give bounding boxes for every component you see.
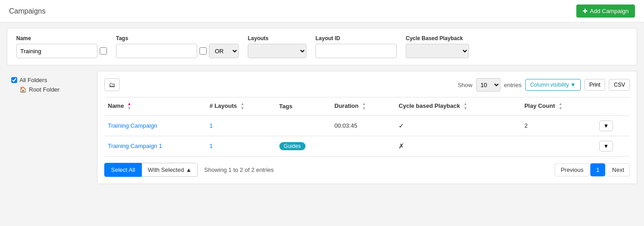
tags-filter-group: Tags OR AND <box>116 35 239 58</box>
cycle-sort-icons: ▲ ▼ <box>463 102 468 111</box>
previous-label: Previous <box>561 166 584 173</box>
row1-cycle-playback: ✓ <box>395 115 521 136</box>
next-button[interactable]: Next <box>606 163 630 176</box>
tags-filter-label: Tags <box>116 35 239 42</box>
entries-select[interactable]: 10 25 50 100 <box>476 78 500 92</box>
row2-name-link[interactable]: Training Campaign 1 <box>108 143 162 149</box>
cycle-playback-filter-select[interactable]: Yes No <box>406 44 469 58</box>
all-folders-checkbox[interactable] <box>11 77 17 83</box>
sidebar: All Folders 🏠 Root Folder <box>7 71 97 184</box>
layouts-sort-icons: ▲ ▼ <box>241 102 245 111</box>
col-cycle-playback[interactable]: Cycle based Playback ▲ ▼ <box>395 97 521 116</box>
caret-up-icon: ▲ <box>186 166 192 173</box>
name-filter-label: Name <box>16 35 107 42</box>
chevron-down-icon: ▼ <box>570 82 576 88</box>
print-button[interactable]: Print <box>584 79 606 91</box>
name-filter-group: Name <box>16 35 107 58</box>
entries-label: entries <box>504 82 522 88</box>
x-icon: ✗ <box>398 142 404 150</box>
main-content: All Folders 🏠 Root Folder 🗂 Show 10 25 <box>7 71 637 184</box>
row2-duration <box>331 136 395 156</box>
page-number[interactable]: 1 <box>590 163 605 176</box>
folder-button[interactable]: 🗂 <box>104 78 120 91</box>
sidebar-item-all-folders[interactable]: All Folders <box>9 75 95 85</box>
csv-label: CSV <box>614 82 625 88</box>
add-campaign-button[interactable]: ✚ Add Campaign <box>576 5 635 18</box>
add-campaign-label: Add Campaign <box>590 8 629 14</box>
row2-cycle-playback: ✗ <box>395 136 521 156</box>
table-row: Training Campaign 1 1 Guides ✗ ▼ <box>104 136 630 156</box>
root-folder-label: Root Folder <box>29 86 60 93</box>
table-footer: Select All With Selected ▲ Showing 1 to … <box>104 163 630 177</box>
tags-filter-input[interactable] <box>116 44 197 58</box>
row1-name: Training Campaign <box>104 115 206 136</box>
row2-layouts: 1 <box>206 136 275 156</box>
play-count-sort-icons: ▲ ▼ <box>558 102 562 111</box>
layout-id-filter-group: Layout ID <box>315 35 397 58</box>
select-all-label: Select All <box>111 166 135 173</box>
table-toolbar: 🗂 Show 10 25 50 100 entries Column visib… <box>104 78 630 92</box>
name-sort-icons: ▲ ▼ <box>127 102 131 111</box>
showing-text: Showing 1 to 2 of 2 entries <box>204 166 274 173</box>
footer-left: Select All With Selected ▲ Showing 1 to … <box>104 163 274 177</box>
name-filter-checkbox[interactable] <box>100 47 107 55</box>
row1-action-dropdown[interactable]: ▼ <box>599 120 613 131</box>
filter-row: Name Tags OR AND Layouts <box>16 35 628 58</box>
table-row: Training Campaign 1 00:03:45 ✓ 2 ▼ <box>104 115 630 136</box>
next-label: Next <box>612 166 624 173</box>
row1-name-link[interactable]: Training Campaign <box>108 122 157 129</box>
cycle-playback-filter-label: Cycle Based Playback <box>406 35 469 42</box>
row1-layouts-count[interactable]: 1 <box>209 122 213 129</box>
page-title: Campaigns <box>9 7 46 15</box>
row2-action: ▼ <box>596 136 630 156</box>
row1-layouts: 1 <box>206 115 275 136</box>
layout-id-filter-label: Layout ID <box>315 35 397 42</box>
show-label: Show <box>458 82 473 88</box>
table-header-row: Name ▲ ▼ # Layouts ▲ ▼ T <box>104 97 630 116</box>
csv-button[interactable]: CSV <box>609 79 630 91</box>
row1-play-count: 2 <box>521 115 596 136</box>
layout-id-filter-input[interactable] <box>315 44 397 58</box>
data-table: Name ▲ ▼ # Layouts ▲ ▼ T <box>104 97 630 157</box>
filter-panel: Name Tags OR AND Layouts <box>7 28 637 65</box>
cycle-playback-filter-group: Cycle Based Playback Yes No <box>406 35 469 58</box>
home-icon: 🏠 <box>19 86 27 93</box>
row2-action-dropdown[interactable]: ▼ <box>599 141 613 152</box>
row1-action: ▼ <box>596 115 630 136</box>
select-all-button[interactable]: Select All <box>104 163 142 177</box>
name-filter-input[interactable] <box>16 44 97 58</box>
row2-play-count <box>521 136 596 156</box>
with-selected-label: With Selected <box>148 166 184 173</box>
row1-duration: 00:03:45 <box>331 115 395 136</box>
with-selected-button[interactable]: With Selected ▲ <box>142 163 197 177</box>
sidebar-item-root-folder[interactable]: 🏠 Root Folder <box>17 85 95 94</box>
all-folders-label: All Folders <box>19 77 47 83</box>
col-tags: Tags <box>276 97 331 116</box>
previous-button[interactable]: Previous <box>555 163 589 176</box>
column-visibility-button[interactable]: Column visibility ▼ <box>525 79 581 91</box>
col-layouts[interactable]: # Layouts ▲ ▼ <box>206 97 275 116</box>
top-bar: Campaigns ✚ Add Campaign <box>0 0 644 23</box>
table-container: 🗂 Show 10 25 50 100 entries Column visib… <box>97 71 637 184</box>
row2-layouts-count[interactable]: 1 <box>209 143 213 149</box>
toolbar-left: 🗂 <box>104 78 120 91</box>
layouts-filter-label: Layouts <box>248 35 306 42</box>
folder-icon: 🗂 <box>109 81 115 88</box>
col-duration[interactable]: Duration ▲ ▼ <box>331 97 395 116</box>
col-actions <box>596 97 630 116</box>
plus-icon: ✚ <box>583 8 588 14</box>
col-name[interactable]: Name ▲ ▼ <box>104 97 206 116</box>
print-label: Print <box>589 82 601 88</box>
row2-tags: Guides <box>276 136 331 156</box>
layouts-filter-select[interactable] <box>248 44 306 58</box>
tags-filter-checkbox[interactable] <box>199 47 207 55</box>
column-visibility-label: Column visibility <box>530 82 569 88</box>
toolbar-right: Show 10 25 50 100 entries Column visibil… <box>458 78 630 92</box>
col-play-count[interactable]: Play Count ▲ ▼ <box>521 97 596 116</box>
pagination: Previous 1 Next <box>555 163 630 176</box>
tags-or-select[interactable]: OR AND <box>209 44 239 58</box>
duration-sort-icons: ▲ ▼ <box>362 102 366 111</box>
check-icon: ✓ <box>398 122 404 129</box>
row2-name: Training Campaign 1 <box>104 136 206 156</box>
row1-tags <box>276 115 331 136</box>
